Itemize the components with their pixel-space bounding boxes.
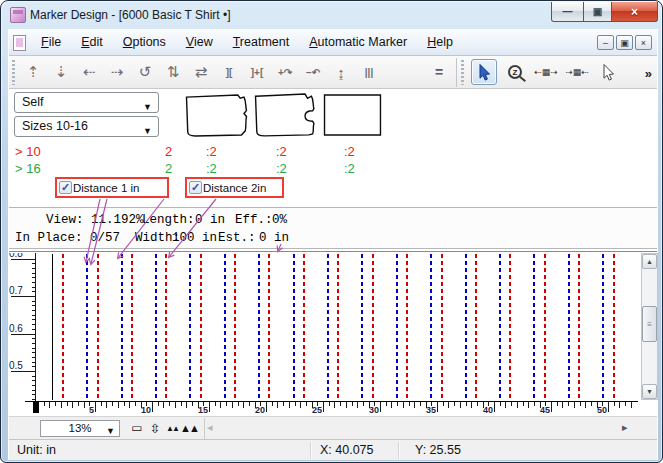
spread-pieces-button[interactable]: ⇠▦⇢ bbox=[533, 59, 559, 85]
minimize-button[interactable]: — bbox=[551, 2, 584, 22]
marker-canvas[interactable] bbox=[1, 254, 663, 400]
move-left-button[interactable]: ⇠ bbox=[75, 58, 103, 86]
menu-treatment[interactable]: Treatment bbox=[223, 30, 300, 56]
eff-value: 0% bbox=[272, 213, 287, 227]
menu-bar: FileEditOptionsViewTreatmentAutomatic Ma… bbox=[9, 30, 657, 56]
size-row: > 102:2:2:2 bbox=[13, 144, 393, 159]
mdi-minimize-button[interactable]: – bbox=[597, 35, 614, 50]
bracket-add-button[interactable]: ]+[ bbox=[243, 58, 271, 86]
title-bar[interactable]: Marker Design - [6000 Basic T Shirt •] —… bbox=[1, 1, 663, 29]
distance-1-option: ✓Distance 1 in bbox=[55, 177, 169, 198]
fold-line bbox=[327, 254, 329, 400]
tighten-vertical-button[interactable]: ↨ bbox=[327, 58, 355, 86]
fit-view-icon[interactable]: ⇳ bbox=[147, 419, 163, 437]
vertical-scrollbar[interactable]: ▴ ≡ ▾ bbox=[641, 253, 658, 400]
divider bbox=[9, 251, 657, 252]
fold-line bbox=[475, 254, 477, 400]
menu-file[interactable]: File bbox=[31, 30, 71, 56]
flip-horizontal-button[interactable]: ⇄ bbox=[187, 58, 215, 86]
pattern-piece-front[interactable] bbox=[253, 92, 319, 138]
cursor-y-readout: Y: 25.55 bbox=[415, 443, 461, 457]
window-title: Marker Design - [6000 Basic T Shirt •] bbox=[30, 8, 231, 22]
move-down-button[interactable]: ⇣ bbox=[47, 58, 75, 86]
fold-line bbox=[544, 254, 546, 400]
h-ruler-label: 40 bbox=[467, 405, 493, 415]
pattern-piece-back[interactable] bbox=[184, 93, 249, 138]
fold-line bbox=[465, 254, 467, 400]
toolbar-grip-2[interactable] bbox=[461, 60, 464, 85]
toolbar-grip[interactable] bbox=[12, 60, 15, 85]
size-label: > 16 bbox=[15, 161, 41, 176]
length-label: Length: bbox=[142, 213, 195, 227]
checkbox[interactable]: ✓ bbox=[59, 181, 72, 194]
select-tool-button[interactable] bbox=[471, 59, 497, 85]
fold-line bbox=[121, 254, 123, 400]
menu-edit[interactable]: Edit bbox=[71, 30, 113, 56]
mountain-large-icon[interactable]: ▲▲ bbox=[181, 419, 197, 437]
rotate-minus-button[interactable]: −↶ bbox=[299, 58, 327, 86]
checkbox-label: Distance 1 in bbox=[73, 182, 139, 194]
menu-view[interactable]: View bbox=[176, 30, 223, 56]
chevron-down-icon: ▼ bbox=[106, 424, 115, 439]
chevron-down-icon: ▼ bbox=[143, 98, 152, 117]
flip-vertical-button[interactable]: ⇅ bbox=[159, 58, 187, 86]
fold-line bbox=[613, 254, 615, 400]
zoom-tool-button[interactable]: Z bbox=[502, 59, 528, 85]
fold-line bbox=[258, 254, 260, 400]
match-lines-button[interactable]: = bbox=[425, 58, 453, 86]
marquee-icon[interactable]: ▭ bbox=[129, 419, 145, 437]
rotate-button[interactable]: ↺ bbox=[131, 58, 159, 86]
fold-line bbox=[533, 254, 535, 400]
document-icon[interactable] bbox=[13, 35, 26, 51]
h-ruler-label: 45 bbox=[524, 405, 550, 415]
scroll-down-button[interactable]: ▾ bbox=[642, 384, 657, 399]
move-up-button[interactable]: ⇡ bbox=[19, 58, 47, 86]
mdi-restore-button[interactable]: ▣ bbox=[616, 35, 633, 50]
close-button[interactable]: × bbox=[611, 2, 658, 22]
scrollbar-thumb[interactable]: ≡ bbox=[642, 306, 657, 342]
eff-label: Eff.: bbox=[235, 213, 273, 227]
h-ruler-label: 10 bbox=[125, 405, 151, 415]
sizes-select[interactable]: Sizes 10-16 ▼ bbox=[14, 116, 159, 137]
move-right-button[interactable]: ⇢ bbox=[103, 58, 131, 86]
scroll-right-button[interactable]: ▸ bbox=[622, 421, 628, 434]
toolbar-overflow-button[interactable]: » bbox=[645, 66, 652, 81]
fold-line bbox=[189, 254, 191, 400]
pointer-tool-button[interactable] bbox=[595, 59, 621, 85]
fold-line bbox=[578, 254, 580, 400]
fold-line bbox=[509, 254, 511, 400]
app-icon bbox=[10, 7, 26, 23]
ruler-origin bbox=[33, 402, 39, 413]
magnifier-icon: Z bbox=[508, 65, 522, 79]
fold-line bbox=[337, 254, 339, 400]
h-ruler-label: 5 bbox=[68, 405, 94, 415]
piece-count: :2 bbox=[206, 144, 232, 159]
menu-options[interactable]: Options bbox=[113, 30, 176, 56]
divider bbox=[204, 418, 205, 439]
divider bbox=[398, 442, 399, 459]
mountain-small-icon[interactable]: ▲▲ bbox=[164, 419, 180, 437]
pattern-piece-sleeve[interactable] bbox=[323, 93, 382, 137]
restore-button[interactable]: ▣ bbox=[584, 2, 611, 22]
zoom-level-select[interactable]: 13% ▼ bbox=[40, 420, 120, 437]
zoom-level-value: 13% bbox=[68, 422, 91, 434]
h-ruler-label: 35 bbox=[410, 405, 436, 415]
menu-help[interactable]: Help bbox=[417, 30, 463, 56]
fold-line bbox=[372, 254, 374, 400]
compact-pieces-button[interactable]: ⇢▦⇠ bbox=[564, 59, 590, 85]
align-edges-button[interactable]: ||| bbox=[355, 58, 383, 86]
view-value: 11.192% bbox=[91, 213, 144, 227]
length-value: 0 in bbox=[195, 213, 225, 227]
distance-2-option: ✓Distance 2in bbox=[185, 177, 284, 198]
fabric-select[interactable]: Self ▼ bbox=[14, 92, 159, 113]
piece-count: :2 bbox=[206, 161, 232, 176]
bracket-open-button[interactable]: ][ bbox=[215, 58, 243, 86]
menu-automatic-marker[interactable]: Automatic Marker bbox=[299, 30, 417, 56]
checkbox[interactable]: ✓ bbox=[189, 181, 202, 194]
mdi-close-button[interactable]: × bbox=[635, 35, 652, 50]
scroll-left-button[interactable]: ◂ bbox=[207, 421, 213, 434]
rotate-plus-button[interactable]: +↷ bbox=[271, 58, 299, 86]
scroll-up-button[interactable]: ▴ bbox=[642, 254, 657, 269]
checkbox-label: Distance 2in bbox=[203, 182, 266, 194]
unit-indicator: Unit: in bbox=[17, 443, 56, 457]
